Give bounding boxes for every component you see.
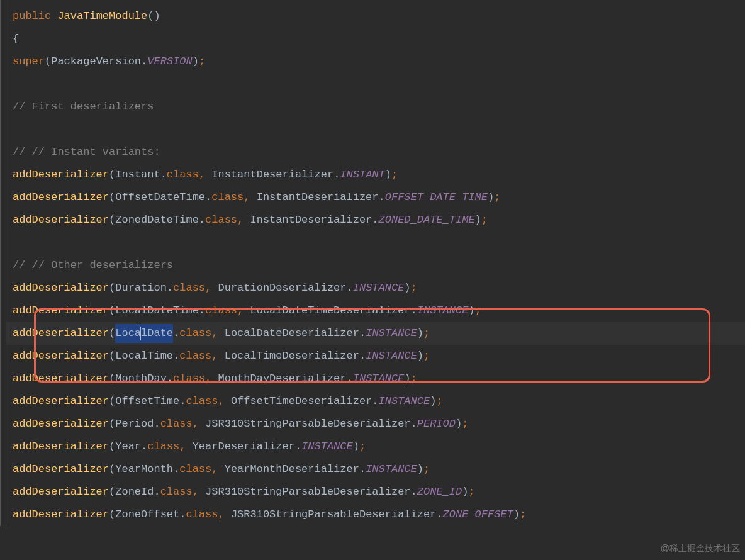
blank-line: [0, 232, 745, 254]
code-line: addDeserializer(ZoneOffset.class, JSR310…: [0, 503, 745, 526]
editor-gutter: [0, 0, 6, 526]
watermark: @稀土掘金技术社区: [661, 540, 740, 556]
code-line-cursor: addDeserializer(LocalDate.class, LocalDa…: [0, 322, 745, 345]
code-line: addDeserializer(LocalTime.class, LocalTi…: [0, 345, 745, 367]
code-line: addDeserializer(LocalDateTime.class, Loc…: [0, 300, 745, 322]
code-line: addDeserializer(ZoneId.class, JSR310Stri…: [0, 481, 745, 503]
code-line-comment: // First deserializers: [0, 96, 745, 118]
code-line: addDeserializer(Period.class, JSR310Stri…: [0, 413, 745, 435]
code-line: addDeserializer(OffsetDateTime.class, In…: [0, 186, 745, 209]
code-line-comment: // // Instant variants:: [0, 141, 745, 164]
blank-line: [0, 118, 745, 141]
code-line: super(PackageVersion.VERSION);: [0, 50, 745, 73]
code-line: addDeserializer(Instant.class, InstantDe…: [0, 164, 745, 186]
method-name: JavaTimeModule: [57, 7, 147, 26]
code-line: public JavaTimeModule(): [0, 5, 745, 28]
blank-line: [0, 73, 745, 96]
code-line: addDeserializer(ZonedDateTime.class, Ins…: [0, 209, 745, 232]
code-line: {: [0, 28, 745, 50]
selection: Loca: [115, 324, 141, 344]
code-line: addDeserializer(MonthDay.class, MonthDay…: [0, 367, 745, 390]
code-line: addDeserializer(YearMonth.class, YearMon…: [0, 458, 745, 481]
code-editor[interactable]: public JavaTimeModule() { super(PackageV…: [0, 0, 745, 526]
code-line: addDeserializer(OffsetTime.class, Offset…: [0, 390, 745, 413]
code-line-comment: // // Other deserializers: [0, 254, 745, 277]
code-line: addDeserializer(Duration.class, Duration…: [0, 277, 745, 300]
code-line: addDeserializer(Year.class, YearDeserial…: [0, 435, 745, 458]
keyword-public: public: [13, 7, 51, 26]
